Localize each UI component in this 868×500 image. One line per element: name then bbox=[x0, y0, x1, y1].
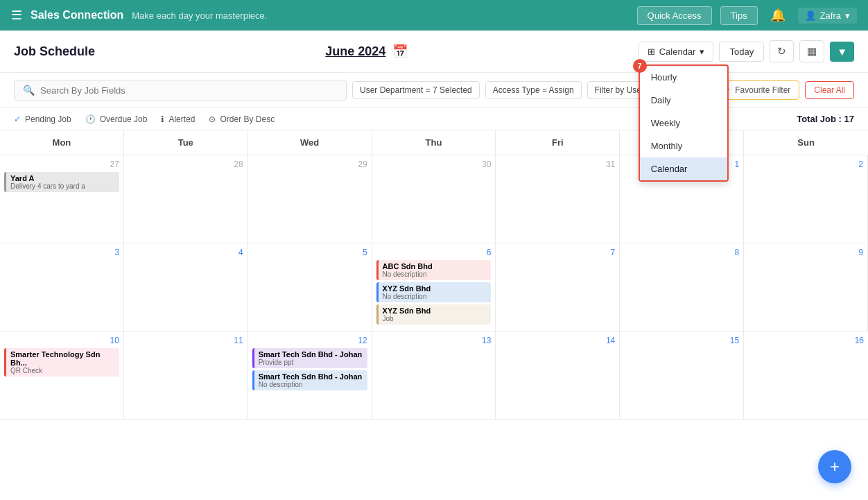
date-9: 9 bbox=[748, 248, 863, 257]
sort-icon: ⊙ bbox=[209, 114, 216, 124]
calendar-grid: 27 Yard A Delivery 4 cars to yard a 28 2… bbox=[0, 155, 868, 500]
event-desc: No description bbox=[259, 381, 363, 388]
view-label: Calendar bbox=[659, 46, 696, 57]
cal-cell-16[interactable]: 16 bbox=[744, 331, 868, 420]
cal-cell-7[interactable]: 7 bbox=[496, 243, 620, 331]
date-10: 10 bbox=[4, 336, 119, 345]
today-button[interactable]: Today bbox=[719, 42, 764, 62]
user-name: Zafra bbox=[820, 10, 841, 21]
quick-access-button[interactable]: Quick Access bbox=[637, 6, 712, 25]
info-icon: ℹ bbox=[161, 114, 164, 124]
cal-cell-3[interactable]: 3 bbox=[0, 243, 124, 331]
pending-job-filter[interactable]: ✓ Pending Job bbox=[14, 114, 71, 124]
event-yard-a[interactable]: Yard A Delivery 4 cars to yard a bbox=[4, 172, 119, 192]
event-smart-tech-2[interactable]: Smart Tech Sdn Bhd - Johan No descriptio… bbox=[252, 370, 367, 390]
order-by-desc-filter[interactable]: ⊙ Order By Desc bbox=[209, 114, 275, 124]
filter-toggle-button[interactable]: ▼ bbox=[830, 42, 854, 62]
grid-icon: ⊞ bbox=[648, 46, 655, 57]
cal-cell-6[interactable]: 6 ABC Sdn Bhd No description XYZ Sdn Bhd… bbox=[372, 243, 496, 331]
cal-cell-10[interactable]: 10 Smarter Technology Sdn Bh... QR Check bbox=[0, 331, 124, 420]
day-header-fri: Fri bbox=[496, 130, 620, 155]
date-2: 2 bbox=[748, 160, 863, 169]
calendar-picker-icon[interactable]: 📅 bbox=[392, 44, 408, 59]
date-3: 3 bbox=[4, 248, 119, 257]
brand-name: Sales Connection bbox=[31, 9, 123, 21]
date-28: 28 bbox=[128, 160, 243, 169]
cal-cell-9[interactable]: 9 bbox=[744, 243, 868, 331]
fav-filter-label: Favourite Filter bbox=[735, 85, 790, 95]
refresh-button[interactable]: ↻ bbox=[770, 40, 794, 62]
tagline: Make each day your masterpiece. bbox=[132, 10, 267, 21]
event-desc: Delivery 4 cars to yard a bbox=[10, 182, 115, 190]
cal-cell-14[interactable]: 14 bbox=[496, 331, 620, 420]
event-title: Smart Tech Sdn Bhd - Johan bbox=[259, 372, 363, 381]
event-abc-sdn-bhd[interactable]: ABC Sdn Bhd No description bbox=[376, 260, 492, 280]
search-icon: 🔍 bbox=[23, 85, 35, 96]
list-view-button[interactable]: ▦ bbox=[799, 40, 824, 62]
event-title: XYZ Sdn Bhd bbox=[383, 284, 487, 293]
filter-bar: 🔍 User Department = 7 Selected Access Ty… bbox=[0, 73, 868, 108]
filter-chip-access-type[interactable]: Access Type = Assign bbox=[485, 81, 582, 99]
event-desc: No description bbox=[383, 293, 487, 300]
day-header-thu: Thu bbox=[372, 130, 496, 155]
top-navigation: ☰ Sales Connection Make each day your ma… bbox=[0, 0, 868, 31]
page-title: Job Schedule bbox=[14, 44, 95, 59]
event-xyz-sdn-bhd-1[interactable]: XYZ Sdn Bhd No description bbox=[376, 282, 492, 302]
dropdown-item-hourly[interactable]: Hourly bbox=[640, 66, 727, 89]
date-15: 15 bbox=[624, 336, 739, 345]
dropdown-item-calendar[interactable]: Calendar bbox=[640, 157, 727, 180]
notification-icon[interactable]: 🔔 bbox=[770, 8, 785, 23]
dropdown-item-daily[interactable]: Daily bbox=[640, 89, 727, 112]
cal-cell-13[interactable]: 13 bbox=[372, 331, 496, 420]
date-7: 7 bbox=[500, 248, 615, 257]
overdue-job-filter[interactable]: 🕐 Overdue Job bbox=[85, 114, 148, 124]
date-8: 8 bbox=[624, 248, 739, 257]
date-14: 14 bbox=[500, 336, 615, 345]
dropdown-item-weekly[interactable]: Weekly bbox=[640, 112, 727, 135]
date-27: 27 bbox=[4, 160, 119, 169]
event-title: Smart Tech Sdn Bhd - Johan bbox=[259, 350, 363, 359]
cal-cell-31[interactable]: 31 bbox=[496, 155, 620, 243]
event-desc: Provide ppt bbox=[259, 359, 363, 366]
cal-cell-28[interactable]: 28 bbox=[124, 155, 248, 243]
date-4: 4 bbox=[128, 248, 243, 257]
cal-cell-4[interactable]: 4 bbox=[124, 243, 248, 331]
view-selector-button[interactable]: ⊞ Calendar ▾ bbox=[639, 42, 714, 62]
check-circle-icon: ✓ bbox=[14, 114, 21, 124]
dropdown-item-monthly[interactable]: Monthly bbox=[640, 135, 727, 157]
cal-cell-15[interactable]: 15 bbox=[620, 331, 744, 420]
event-title: Yard A bbox=[10, 174, 115, 182]
cal-cell-11[interactable]: 11 bbox=[124, 331, 248, 420]
day-header-mon: Mon bbox=[0, 130, 124, 155]
date-31: 31 bbox=[500, 160, 615, 169]
filter-chip-department[interactable]: User Department = 7 Selected bbox=[352, 81, 480, 99]
cal-cell-27[interactable]: 27 Yard A Delivery 4 cars to yard a bbox=[0, 155, 124, 243]
day-header-wed: Wed bbox=[248, 130, 372, 155]
menu-icon[interactable]: ☰ bbox=[11, 8, 22, 23]
cal-cell-5[interactable]: 5 bbox=[248, 243, 372, 331]
user-menu[interactable]: 👤 Zafra ▾ bbox=[798, 8, 857, 24]
event-title: XYZ Sdn Bhd bbox=[383, 307, 487, 315]
cal-cell-2[interactable]: 2 bbox=[744, 155, 868, 243]
alerted-filter[interactable]: ℹ Alerted bbox=[161, 114, 195, 124]
date-16: 16 bbox=[748, 336, 864, 345]
add-job-button[interactable]: + bbox=[818, 450, 851, 483]
event-desc: No description bbox=[383, 270, 487, 278]
cal-cell-8[interactable]: 8 bbox=[620, 243, 744, 331]
clear-all-button[interactable]: Clear All bbox=[805, 81, 854, 99]
date-5: 5 bbox=[252, 248, 367, 257]
date-29: 29 bbox=[252, 160, 367, 169]
tips-button[interactable]: Tips bbox=[720, 6, 758, 25]
date-11: 11 bbox=[128, 336, 243, 345]
search-input[interactable] bbox=[40, 85, 338, 96]
event-smarter-tech[interactable]: Smarter Technology Sdn Bh... QR Check bbox=[4, 348, 119, 377]
cal-cell-29[interactable]: 29 bbox=[248, 155, 372, 243]
event-xyz-sdn-bhd-2[interactable]: XYZ Sdn Bhd Job bbox=[376, 304, 492, 325]
event-title: Smarter Technology Sdn Bh... bbox=[10, 350, 115, 367]
event-smart-tech-1[interactable]: Smart Tech Sdn Bhd - Johan Provide ppt bbox=[252, 348, 367, 368]
cal-cell-12[interactable]: 12 Smart Tech Sdn Bhd - Johan Provide pp… bbox=[248, 331, 372, 420]
alerted-label: Alerted bbox=[168, 114, 195, 124]
cal-cell-30[interactable]: 30 bbox=[372, 155, 496, 243]
date-6: 6 bbox=[376, 248, 492, 257]
month-label[interactable]: June 2024 bbox=[325, 44, 385, 59]
